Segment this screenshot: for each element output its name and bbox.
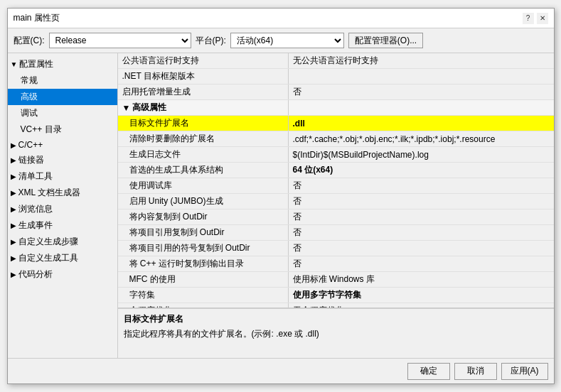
dialog-title: main 属性页 (14, 12, 60, 24)
sidebar-section-xml[interactable]: ▶ XML 文档生成器 (8, 185, 117, 201)
custom-build-arrow-icon: ▶ (11, 238, 16, 246)
prop-value: 否 (289, 178, 554, 193)
table-row[interactable]: 字符集 使用多字节字符集 (118, 288, 554, 303)
prop-value: $(IntDir)$(MSBuildProjectName).log (289, 148, 554, 161)
table-row[interactable]: 使用调试库 否 (118, 178, 554, 194)
title-bar-buttons: ? ✕ (523, 13, 548, 24)
sidebar-root[interactable]: ▼ 配置属性 (8, 56, 117, 72)
close-button[interactable]: ✕ (537, 13, 548, 24)
apply-button[interactable]: 应用(A) (501, 363, 548, 380)
section-header-label: ▼ 高级属性 (118, 100, 289, 115)
properties-table: 公共语言运行时支持 无公共语言运行时支持 .NET 目标框架版本 启用托管增量生… (118, 53, 554, 308)
table-row[interactable]: 启用托管增量生成 否 (118, 85, 554, 100)
sidebar-section-code-analysis[interactable]: ▶ 代码分析 (8, 266, 117, 283)
title-bar: main 属性页 ? ✕ (8, 9, 554, 28)
sidebar-section-custom-tools[interactable]: ▶ 自定义生成工具 (8, 250, 117, 266)
prop-value-dll: .dll (289, 117, 554, 130)
ok-button[interactable]: 确定 (407, 363, 450, 380)
prop-value: 64 位(x64) (289, 163, 554, 178)
sidebar-item-debug[interactable]: 调试 (8, 105, 117, 121)
main-dialog: main 属性页 ? ✕ 配置(C): Release 平台(P): 活动(x6… (7, 8, 555, 384)
custom-tools-arrow-icon: ▶ (11, 254, 16, 262)
manifest-arrow-icon: ▶ (11, 173, 16, 180)
table-row[interactable]: 生成日志文件 $(IntDir)$(MSBuildProjectName).lo… (118, 147, 554, 163)
sidebar-section-build-events[interactable]: ▶ 生成事件 (8, 217, 117, 234)
description-text: 指定此程序将具有的文件扩展名。(示例: .exe 或 .dll) (124, 328, 548, 340)
table-row[interactable]: MFC 的使用 使用标准 Windows 库 (118, 272, 554, 288)
prop-name: 启用托管增量生成 (118, 85, 289, 99)
prop-value: 否 (289, 85, 554, 99)
sidebar-section-linker[interactable]: ▶ 链接器 (8, 152, 117, 168)
prop-name: 生成日志文件 (118, 147, 289, 162)
table-row[interactable]: 启用 Unity (JUMBO)生成 否 (118, 194, 554, 209)
prop-name: 字符集 (118, 288, 289, 303)
sidebar-section-custom-build[interactable]: ▶ 自定义生成步骤 (8, 234, 117, 250)
sidebar: ▼ 配置属性 常规 高级 调试 VC++ 目录 ▶ C/C++ ▶ 链接器 (8, 53, 118, 358)
prop-name: 首选的生成工具体系结构 (118, 163, 289, 178)
sidebar-section-browse[interactable]: ▶ 浏览信息 (8, 201, 117, 217)
config-manager-button[interactable]: 配置管理器(O)... (348, 33, 423, 48)
prop-value: 否 (289, 225, 554, 240)
table-row[interactable]: 将项目引用的符号复制到 OutDir 否 (118, 241, 554, 256)
help-button[interactable]: ? (523, 13, 534, 24)
sidebar-root-label: 配置属性 (19, 58, 53, 70)
table-row[interactable]: 首选的生成工具体系结构 64 位(x64) (118, 163, 554, 178)
prop-name: 将项目引用复制到 OutDir (118, 225, 289, 240)
prop-name: .NET 目标框架版本 (118, 69, 289, 84)
prop-value: .cdf;*.cache;*.obj;*.obj.enc;*.ilk;*.ipd… (289, 133, 554, 146)
build-events-arrow-icon: ▶ (11, 222, 16, 229)
prop-name: 目标文件扩展名 (118, 116, 289, 131)
prop-value: 使用标准 Windows 库 (289, 272, 554, 287)
main-panel: 公共语言运行时支持 无公共语言运行时支持 .NET 目标框架版本 启用托管增量生… (118, 53, 554, 358)
prop-name: 使用调试库 (118, 178, 289, 193)
sidebar-item-vcpp[interactable]: VC++ 目录 (8, 121, 117, 138)
xml-arrow-icon: ▶ (11, 189, 16, 197)
prop-value: 否 (289, 256, 554, 271)
prop-value: 否 (289, 194, 554, 209)
sidebar-section-manifest[interactable]: ▶ 清单工具 (8, 168, 117, 185)
linker-arrow-icon: ▶ (11, 156, 16, 164)
table-row[interactable]: 将 C++ 运行时复制到输出目录 否 (118, 256, 554, 272)
prop-name: 将内容复制到 OutDir (118, 209, 289, 224)
section-header-advanced[interactable]: ▼ 高级属性 (118, 100, 554, 116)
toolbar: 配置(C): Release 平台(P): 活动(x64) 配置管理器(O)..… (8, 28, 554, 53)
table-row[interactable]: .NET 目标框架版本 (118, 69, 554, 85)
root-arrow-icon: ▼ (11, 60, 18, 68)
prop-name: 公共语言运行时支持 (118, 53, 289, 68)
table-row[interactable]: 将内容复制到 OutDir 否 (118, 209, 554, 225)
prop-name: MFC 的使用 (118, 272, 289, 287)
content-area: ▼ 配置属性 常规 高级 调试 VC++ 目录 ▶ C/C++ ▶ 链接器 (8, 53, 554, 358)
sidebar-item-general[interactable]: 常规 (8, 72, 117, 89)
table-row[interactable]: 全程序优化 无全程序优化 (118, 303, 554, 308)
prop-value: 否 (289, 209, 554, 224)
prop-value: 无全程序优化 (289, 303, 554, 308)
prop-name: 将项目引用的符号复制到 OutDir (118, 241, 289, 256)
platform-select[interactable]: 活动(x64) (230, 33, 344, 48)
config-label: 配置(C): (14, 35, 45, 47)
prop-name: 启用 Unity (JUMBO)生成 (118, 194, 289, 209)
description-title: 目标文件扩展名 (124, 313, 548, 325)
cpp-arrow-icon: ▶ (11, 141, 16, 149)
platform-label: 平台(P): (196, 35, 226, 47)
sidebar-section-cpp[interactable]: ▶ C/C++ (8, 138, 117, 152)
code-analysis-arrow-icon: ▶ (11, 271, 16, 278)
prop-value: 无公共语言运行时支持 (289, 53, 554, 68)
prop-value: 使用多字节字符集 (289, 288, 554, 303)
prop-name: 清除时要删除的扩展名 (118, 131, 289, 146)
footer: 确定 取消 应用(A) (8, 358, 554, 383)
config-select[interactable]: Release (49, 33, 191, 48)
description-panel: 目标文件扩展名 指定此程序将具有的文件扩展名。(示例: .exe 或 .dll) (118, 308, 554, 358)
section-collapse-icon: ▼ (122, 103, 131, 113)
prop-name: 将 C++ 运行时复制到输出目录 (118, 256, 289, 271)
prop-value (289, 75, 554, 78)
prop-value: 否 (289, 241, 554, 256)
table-row-target-ext[interactable]: 目标文件扩展名 .dll (118, 116, 554, 131)
table-row[interactable]: 清除时要删除的扩展名 .cdf;*.cache;*.obj;*.obj.enc;… (118, 131, 554, 147)
cancel-button[interactable]: 取消 (454, 363, 497, 380)
table-row[interactable]: 将项目引用复制到 OutDir 否 (118, 225, 554, 241)
sidebar-item-advanced[interactable]: 高级 (8, 89, 117, 105)
prop-name: 全程序优化 (118, 303, 289, 308)
table-row[interactable]: 公共语言运行时支持 无公共语言运行时支持 (118, 53, 554, 69)
browse-arrow-icon: ▶ (11, 205, 16, 213)
